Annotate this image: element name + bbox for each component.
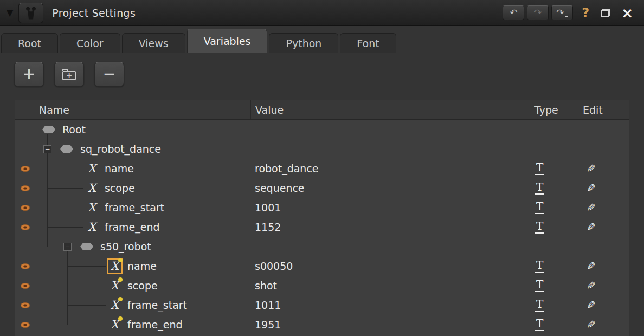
- value-text: 1001: [255, 202, 281, 214]
- variables-table: Name Value Type Edit Root−sq_robot_dance…: [15, 100, 629, 336]
- redo-button[interactable]: ↷: [527, 5, 549, 20]
- string-type-icon[interactable]: T: [535, 182, 544, 195]
- value-cell: 1011: [250, 295, 529, 315]
- edit-cell: ✎: [576, 178, 629, 198]
- variable-icon-box: X: [108, 299, 121, 312]
- remove-variable-button[interactable]: −: [94, 62, 124, 87]
- row-label: name: [127, 260, 157, 272]
- eye-visibility-icon[interactable]: [21, 166, 30, 172]
- string-type-icon[interactable]: T: [535, 299, 544, 312]
- eye-visibility-icon[interactable]: [21, 322, 30, 328]
- value-text: 1011: [255, 299, 281, 311]
- variable-x-icon: X: [111, 279, 119, 292]
- edit-cell: ✎: [576, 217, 629, 237]
- table-row[interactable]: Xframe_end1152T✎: [15, 217, 629, 237]
- edit-pencil-icon[interactable]: ✎: [587, 299, 596, 312]
- eye-cell: [15, 276, 35, 295]
- tab-bar: Root Color Views Variables Python Font: [0, 26, 644, 53]
- eye-visibility-icon[interactable]: [21, 224, 30, 230]
- value-cell: s00050: [250, 256, 529, 276]
- table-row[interactable]: −sq_robot_dance: [15, 139, 629, 159]
- edit-cell: ✎: [576, 198, 629, 217]
- properties-button[interactable]: [18, 3, 43, 23]
- row-label: scope: [105, 182, 135, 194]
- eye-cell: [15, 237, 35, 256]
- eye-visibility-icon[interactable]: [21, 263, 30, 269]
- table-row[interactable]: Xnames00050T✎: [15, 256, 629, 276]
- row-label: name: [105, 163, 134, 175]
- row-name-group: Xframe_start: [108, 299, 187, 312]
- value-text: sequence: [255, 182, 305, 194]
- eye-cell: [15, 159, 35, 178]
- row-name-group: Xname: [86, 162, 134, 175]
- group-icon: [60, 145, 73, 153]
- value-cell: 1001: [250, 198, 529, 217]
- string-type-icon[interactable]: T: [535, 318, 544, 331]
- tab-root[interactable]: Root: [1, 33, 58, 53]
- eye-visibility-icon[interactable]: [21, 302, 30, 308]
- string-type-icon[interactable]: T: [535, 162, 544, 175]
- tree-collapse-toggle[interactable]: −: [63, 243, 72, 251]
- edit-pencil-icon[interactable]: ✎: [587, 182, 596, 195]
- table-row[interactable]: Xnamerobot_danceT✎: [15, 159, 629, 178]
- value-cell: sequence: [250, 178, 529, 198]
- table-row[interactable]: XscopesequenceT✎: [15, 178, 629, 198]
- table-row[interactable]: XscopeshotT✎: [15, 276, 629, 295]
- eye-visibility-icon[interactable]: [21, 283, 30, 289]
- override-dot-icon: [118, 297, 123, 301]
- table-row[interactable]: Xframe_start1001T✎: [15, 198, 629, 217]
- tab-color[interactable]: Color: [60, 33, 120, 53]
- edit-pencil-icon[interactable]: ✎: [587, 201, 596, 214]
- tab-font[interactable]: Font: [340, 33, 396, 53]
- float-panel-icon[interactable]: [601, 9, 610, 17]
- edit-pencil-icon[interactable]: ✎: [587, 162, 596, 175]
- edit-pencil-icon[interactable]: ✎: [587, 318, 596, 331]
- edit-pencil-icon[interactable]: ✎: [587, 260, 596, 273]
- group-icon: [42, 126, 55, 133]
- eye-cell: [15, 295, 35, 315]
- string-type-icon[interactable]: T: [535, 221, 544, 234]
- edit-pencil-icon[interactable]: ✎: [587, 221, 596, 234]
- window-title: Project Settings: [52, 7, 136, 19]
- tree-collapse-toggle[interactable]: −: [43, 145, 51, 153]
- tree-branch-line: [47, 247, 61, 247]
- variable-icon-box: X: [108, 279, 121, 292]
- tree-branch-line: [47, 208, 83, 208]
- revert-button[interactable]: ↷: [551, 5, 573, 20]
- table-row[interactable]: Xframe_end1951T✎: [15, 315, 629, 334]
- tab-variables[interactable]: Variables: [187, 29, 268, 53]
- eye-visibility-icon[interactable]: [21, 205, 30, 211]
- row-label: frame_end: [105, 221, 160, 233]
- value-cell: robot_dance: [250, 159, 529, 178]
- edit-cell: [576, 120, 629, 139]
- eye-cell: [15, 120, 35, 139]
- add-variable-button[interactable]: +: [14, 62, 44, 87]
- add-group-button[interactable]: +: [54, 62, 84, 87]
- table-row[interactable]: Xframe_start1011T✎: [15, 295, 629, 315]
- tab-views[interactable]: Views: [122, 33, 185, 53]
- edit-pencil-icon[interactable]: ✎: [587, 279, 596, 292]
- name-cell: −sq_robot_dance: [35, 139, 250, 159]
- name-cell: Xname: [35, 159, 250, 178]
- tab-python[interactable]: Python: [269, 33, 338, 53]
- panel-collapse-triangle-icon[interactable]: ▼: [7, 8, 13, 18]
- titlebar-actions: ↶ ↷ ↷ ? ×: [503, 5, 644, 21]
- close-button[interactable]: ×: [621, 6, 633, 20]
- table-row[interactable]: Root: [15, 120, 629, 139]
- value-cell: 1951: [250, 315, 529, 334]
- name-cell: Xframe_end: [35, 217, 250, 237]
- eye-cell: [15, 198, 35, 217]
- string-type-icon[interactable]: T: [535, 260, 544, 273]
- tree-branch-line: [67, 305, 106, 306]
- string-type-icon[interactable]: T: [535, 201, 544, 214]
- table-row[interactable]: −s50_robot: [15, 237, 629, 256]
- eye-visibility-icon[interactable]: [21, 185, 30, 191]
- string-type-icon[interactable]: T: [535, 279, 544, 292]
- undo-button[interactable]: ↶: [503, 5, 524, 20]
- override-dot-icon: [118, 258, 123, 262]
- value-text: shot: [255, 280, 277, 292]
- type-cell: T: [529, 217, 576, 237]
- eye-cell: [15, 217, 35, 237]
- help-button[interactable]: ?: [582, 5, 589, 21]
- group-icon: [80, 243, 93, 250]
